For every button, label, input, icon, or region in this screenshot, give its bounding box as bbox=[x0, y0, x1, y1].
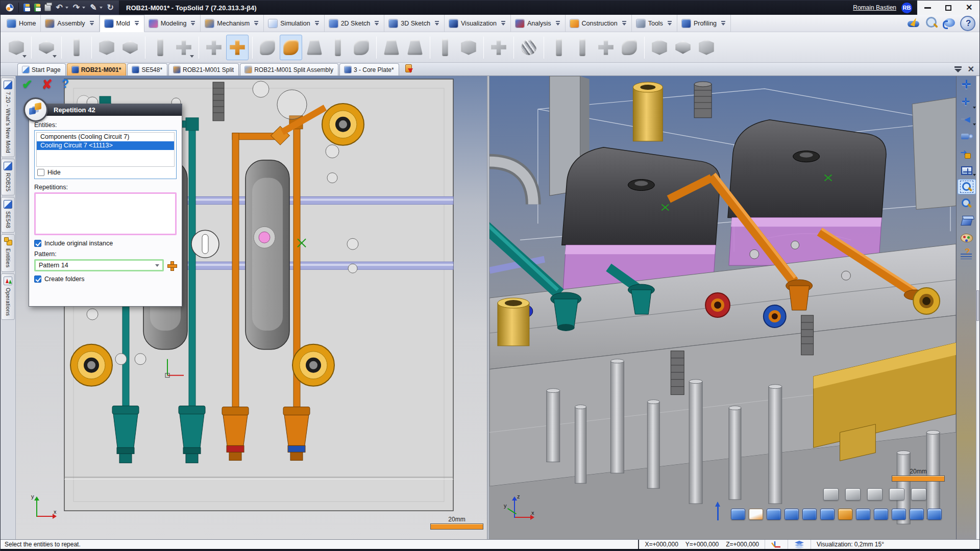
ribbon-tab-dropdown-icon[interactable] bbox=[190, 21, 195, 26]
operation-help-button[interactable]: ? bbox=[62, 78, 69, 91]
tab-2d-sketch[interactable]: 2D Sketch bbox=[325, 15, 385, 32]
tab-assembly[interactable]: Assembly bbox=[41, 15, 99, 32]
baffle-icon[interactable] bbox=[303, 35, 326, 60]
ejection-check-icon[interactable] bbox=[571, 35, 594, 60]
separator[interactable] bbox=[376, 36, 377, 59]
doc-tab-start-page[interactable]: Start Page bbox=[17, 63, 66, 76]
ribbon-tab-dropdown-icon[interactable] bbox=[622, 21, 627, 26]
doc-tab-rob21-m001-split[interactable]: ROB21-M001 Split bbox=[168, 63, 239, 76]
separator[interactable] bbox=[145, 36, 145, 59]
mold-base-icon[interactable] bbox=[35, 35, 58, 60]
marking-stamp-icon[interactable] bbox=[434, 35, 456, 60]
pin-plate-icon[interactable] bbox=[892, 509, 906, 520]
straight-pins-icon[interactable] bbox=[149, 35, 172, 60]
cylinder-set-icon[interactable] bbox=[672, 35, 694, 60]
separator[interactable] bbox=[31, 36, 32, 59]
separator[interactable] bbox=[644, 36, 645, 59]
doc-tab-rob21-m001[interactable]: ROB21-M001* bbox=[67, 63, 127, 76]
plug-icon[interactable] bbox=[327, 35, 349, 60]
clamp-unit-icon[interactable] bbox=[845, 488, 861, 500]
ribbon-tab-dropdown-icon[interactable] bbox=[721, 21, 726, 26]
angle-pin-icon[interactable] bbox=[380, 35, 403, 60]
help-icon[interactable] bbox=[960, 16, 975, 31]
pin-set-icon[interactable] bbox=[802, 509, 817, 520]
sidebar-tab-whats-new-mold[interactable]: 7.20 - What's New Mold bbox=[1, 78, 15, 157]
ribbon-tab-dropdown-icon[interactable] bbox=[555, 21, 560, 26]
separator[interactable] bbox=[199, 36, 199, 59]
separator[interactable] bbox=[252, 36, 253, 59]
ribbon-tab-dropdown-icon[interactable] bbox=[667, 21, 672, 26]
pipes-icon[interactable] bbox=[256, 35, 279, 60]
assistance-icon[interactable] bbox=[942, 16, 958, 31]
bar-unit-icon[interactable] bbox=[889, 488, 904, 500]
mold-plates-icon[interactable] bbox=[119, 35, 141, 60]
tab-analysis[interactable]: Analysis bbox=[511, 15, 566, 32]
tee-fitting-icon[interactable] bbox=[820, 509, 835, 520]
mold-kit-icon[interactable] bbox=[648, 35, 671, 60]
fitting-tee-icon[interactable] bbox=[203, 35, 225, 60]
zoom-button[interactable] bbox=[958, 196, 976, 211]
ribbon-tab-dropdown-icon[interactable] bbox=[89, 21, 94, 26]
tab-home[interactable]: Home bbox=[3, 15, 41, 32]
sidebar-tab-rob25[interactable]: ROB25 bbox=[1, 159, 15, 195]
search-icon[interactable] bbox=[924, 16, 940, 31]
sync-icon[interactable]: ↻ bbox=[107, 4, 114, 12]
layers-cell[interactable] bbox=[788, 540, 811, 549]
ribbon-tab-dropdown-icon[interactable] bbox=[314, 21, 320, 26]
cooling-pipes-icon[interactable] bbox=[280, 35, 302, 60]
redo-dropdown-icon[interactable] bbox=[82, 7, 85, 9]
ribbon-tab-dropdown-icon[interactable] bbox=[254, 21, 259, 26]
tab-tools[interactable]: Tools bbox=[632, 15, 677, 32]
angle-socket-icon[interactable] bbox=[404, 35, 426, 60]
ejector-pin-icon[interactable] bbox=[65, 35, 88, 60]
ribbon-tab-dropdown-icon[interactable] bbox=[134, 21, 139, 26]
date-stamp-icon[interactable] bbox=[457, 35, 480, 60]
view-direction-button[interactable] bbox=[958, 112, 976, 127]
tab-3d-sketch[interactable]: 3D Sketch bbox=[384, 15, 445, 32]
tab-overflow-icon[interactable] bbox=[954, 66, 962, 72]
latch-icon[interactable] bbox=[487, 35, 510, 60]
viewport-2d-top-view[interactable]: ✔ ✘ ? Repetition 42 Entities: Components… bbox=[16, 76, 487, 539]
film-stack-icon[interactable] bbox=[695, 35, 718, 60]
separator[interactable] bbox=[430, 36, 430, 59]
handle-component-icon[interactable] bbox=[731, 509, 745, 520]
user-account-link[interactable]: Romain Bastien bbox=[853, 4, 896, 11]
sidebar-tab-se548[interactable]: SE548 bbox=[1, 197, 15, 233]
redo-icon[interactable]: ↷ bbox=[73, 4, 80, 12]
camera-button[interactable] bbox=[958, 129, 976, 144]
undo-icon[interactable]: ↶ bbox=[56, 4, 62, 12]
ribbon-tab-dropdown-icon[interactable] bbox=[374, 21, 379, 26]
doc-tab-rob21-m001-split-assembly[interactable]: ROB21-M001 Split Assembly bbox=[240, 63, 338, 76]
separator[interactable] bbox=[91, 36, 92, 59]
mold-3d-render[interactable] bbox=[489, 76, 956, 539]
mold-cavity-tool-icon[interactable] bbox=[5, 35, 28, 60]
view-pan-button[interactable] bbox=[958, 78, 976, 93]
hammer-tool-icon[interactable] bbox=[595, 35, 617, 60]
pattern-combobox[interactable]: Pattern 14 bbox=[34, 259, 164, 271]
zoom-window-button[interactable] bbox=[958, 179, 976, 194]
translation-lock-button[interactable] bbox=[958, 145, 976, 161]
add-pattern-button[interactable] bbox=[167, 261, 177, 270]
ejector-set-icon[interactable] bbox=[173, 35, 195, 60]
cooling-circuit-icon[interactable] bbox=[226, 35, 249, 60]
separator[interactable] bbox=[513, 36, 514, 59]
screw-plug-icon[interactable] bbox=[856, 509, 870, 520]
cooling-pad-icon[interactable] bbox=[874, 509, 888, 520]
validate-button[interactable]: ✔ bbox=[22, 78, 33, 91]
document-drop-icon[interactable] bbox=[404, 64, 413, 73]
close-document-icon[interactable]: ✕ bbox=[968, 65, 974, 73]
cancel-button[interactable]: ✘ bbox=[42, 78, 53, 91]
tab-mechanism[interactable]: Mechanism bbox=[201, 15, 264, 32]
topsolid-logo-icon[interactable] bbox=[6, 2, 14, 13]
create-folders-checkbox[interactable] bbox=[34, 276, 41, 283]
tab-simulation[interactable]: Simulation bbox=[264, 15, 324, 32]
mold-stack-icon[interactable] bbox=[785, 509, 799, 520]
tab-profiling[interactable]: Profiling bbox=[677, 15, 731, 32]
minimize-button[interactable] bbox=[921, 3, 934, 13]
print-icon[interactable] bbox=[44, 4, 51, 11]
plate-stack-icon[interactable] bbox=[910, 509, 924, 520]
undo-dropdown-icon[interactable] bbox=[65, 7, 68, 9]
guide-unit-icon[interactable] bbox=[867, 488, 883, 500]
tab-visualization[interactable]: Visualization bbox=[445, 15, 511, 32]
latch-component-icon[interactable] bbox=[767, 509, 781, 520]
